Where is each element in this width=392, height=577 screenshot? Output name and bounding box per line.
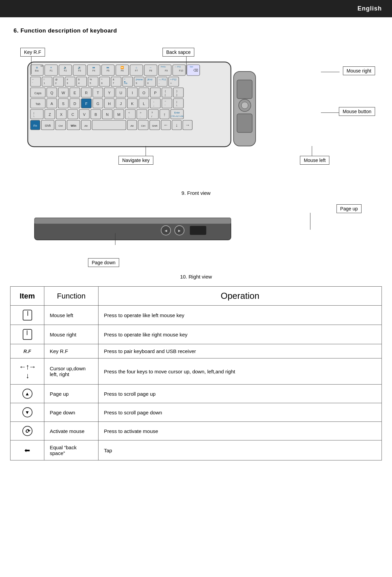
icon-cell-rf: R.F <box>10 344 44 358</box>
icon-cell-mouse-left <box>10 306 44 325</box>
svg-text:D: D <box>73 102 76 106</box>
icon-cell-activate-mouse: ⟳ <box>10 422 44 440</box>
svg-text:F9: F9 <box>165 69 168 72</box>
svg-text:CTR+ALT+DE: CTR+ALT+DE <box>171 115 183 117</box>
callout-navigate-key: Navigate key <box>118 156 153 165</box>
function-cell-cursor: Cursor up,down left, right <box>44 358 99 385</box>
svg-text:$: $ <box>78 78 80 81</box>
right-view-diagram: Page up ◄ ► Page down <box>14 203 378 270</box>
table-header-item: Item <box>10 287 44 306</box>
svg-text:V: V <box>83 112 86 117</box>
svg-text:`: ` <box>32 82 33 84</box>
svg-text:": " <box>165 100 166 103</box>
svg-text:T: T <box>97 91 99 95</box>
svg-rect-126 <box>150 99 160 108</box>
function-table: Item Function Operation Mouse left Press… <box>10 286 382 460</box>
svg-text:;: ; <box>153 104 154 107</box>
svg-rect-200 <box>190 226 206 235</box>
table-row: Mouse right Press to operate like right … <box>10 325 382 344</box>
svg-text:7: 7 <box>113 82 114 84</box>
svg-text:P: P <box>154 91 156 95</box>
svg-text:]: ] <box>176 93 177 96</box>
svg-text:0: 0 <box>147 82 149 84</box>
rf-icon: R.F <box>23 349 31 354</box>
svg-text:M: M <box>117 112 120 117</box>
table-row: ←↑→↓ Cursor up,down left, right Press th… <box>10 358 382 385</box>
svg-text:I: I <box>132 91 133 95</box>
svg-text:↑: ↑ <box>164 112 166 117</box>
svg-text:&: & <box>113 78 114 81</box>
svg-rect-103 <box>173 88 183 97</box>
function-cell-page-up: Page up <box>44 385 99 403</box>
svg-text:4: 4 <box>78 82 80 84</box>
svg-text:?: ? <box>151 111 153 114</box>
callout-key-rf: Key R.F <box>20 48 45 57</box>
svg-text:►: ► <box>177 228 181 233</box>
svg-text:Alt: Alt <box>130 124 134 127</box>
keyboard-diagram: Key R.F Back sapce Mouse right Mouse but… <box>14 41 378 183</box>
callout-mouse-left: Mouse left <box>300 156 329 165</box>
callout-mouse-button: Mouse button <box>339 107 375 116</box>
svg-text:🔊: 🔊 <box>78 66 81 69</box>
svg-text:— P11: — P11 <box>175 66 181 68</box>
svg-text:@: @ <box>55 78 58 81</box>
svg-rect-100 <box>162 88 172 97</box>
svg-text:U: U <box>119 91 122 95</box>
svg-text:⌫: ⌫ <box>193 68 198 72</box>
svg-text:Shift: Shift <box>45 124 51 127</box>
svg-text:⊙: ⊙ <box>36 66 38 69</box>
svg-rect-129 <box>162 99 172 108</box>
svg-text:PrtSc: PrtSc <box>161 66 166 68</box>
svg-text:9: 9 <box>136 82 137 84</box>
svg-text:6: 6 <box>101 82 103 84</box>
svg-text:Fn: Fn <box>34 124 37 127</box>
operation-cell-page-down: Press to scroll page down <box>99 403 382 422</box>
svg-text:◄: ◄ <box>164 228 168 233</box>
table-header-function: Function <box>44 287 99 306</box>
function-cell-rf: Key R.F <box>44 344 99 358</box>
svg-text:F: F <box>85 102 88 106</box>
operation-cell-activate-mouse: Press to activate mouse <box>99 422 382 440</box>
svg-text:!: ! <box>44 78 44 81</box>
svg-text:Win: Win <box>71 124 76 127</box>
svg-text:A: A <box>50 102 53 106</box>
svg-rect-176 <box>92 120 126 130</box>
svg-text:F6: F6 <box>121 69 124 72</box>
svg-text:— P11: — P11 <box>159 78 166 81</box>
activate-mouse-icon: ⟳ <box>22 426 32 436</box>
operation-cell-rf: Press to pair keyboard and USB receiver <box>99 344 382 358</box>
svg-text:K: K <box>131 102 134 106</box>
svg-text:+ P12: + P12 <box>170 78 177 81</box>
svg-text:→: → <box>185 122 190 128</box>
table-row: Mouse left Press to operate like left mo… <box>10 306 382 325</box>
svg-text:}: } <box>176 89 177 92</box>
cursor-arrow-icon: ←↑→↓ <box>19 363 36 380</box>
svg-text:G: G <box>96 102 100 106</box>
svg-text:=: = <box>170 82 172 84</box>
icon-cell-backspace: ⬅ <box>10 440 44 460</box>
section-title: 6. Function description of keyboard <box>14 27 378 34</box>
svg-text:N: N <box>106 112 109 117</box>
svg-rect-163 <box>171 109 183 119</box>
operation-cell-cursor: Press the four keys to move cursor up, d… <box>99 358 382 385</box>
icon-cell-page-up: ▲ <box>10 385 44 403</box>
svg-text:Y: Y <box>108 91 111 95</box>
svg-text:E: E <box>73 91 76 95</box>
svg-text:W: W <box>62 91 65 95</box>
svg-text:Tab: Tab <box>36 102 41 106</box>
svg-text:Ctrl: Ctrl <box>141 124 146 127</box>
svg-text:Alt: Alt <box>84 124 88 127</box>
svg-text:,: , <box>128 115 129 118</box>
svg-text:🔈: 🔈 <box>64 66 67 69</box>
svg-text:F7: F7 <box>135 69 138 72</box>
table-row: ⬅ Equal “back space” Tap <box>10 440 382 460</box>
svg-rect-195 <box>35 218 231 224</box>
table-row: ▼ Page down Press to scroll page down <box>10 403 382 422</box>
svg-text:X: X <box>60 112 63 117</box>
svg-rect-135 <box>30 109 43 119</box>
svg-text:S: S <box>62 102 64 106</box>
icon-cell-page-down: ▼ <box>10 403 44 422</box>
svg-text:1: 1 <box>44 82 45 84</box>
svg-text:O: O <box>143 91 146 95</box>
page-down-icon: ▼ <box>22 407 32 417</box>
